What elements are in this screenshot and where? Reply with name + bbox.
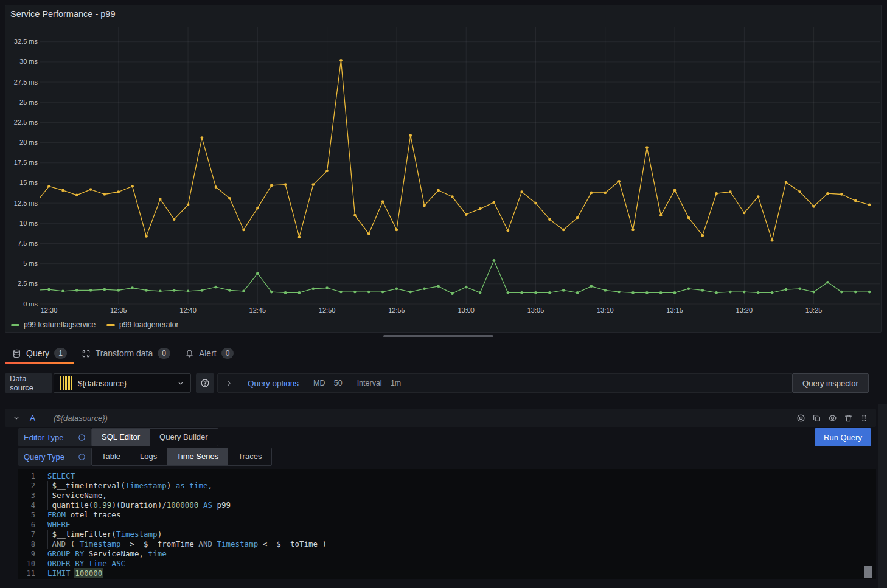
x-axis-tick: 13:25 bbox=[805, 306, 823, 314]
drag-handle-icon[interactable] bbox=[860, 413, 869, 423]
tab-alert[interactable]: Alert0 bbox=[178, 342, 241, 365]
chevron-down-icon bbox=[176, 379, 185, 387]
query-row-header[interactable]: A (${datasource}) bbox=[5, 409, 876, 427]
chart-legend: p99 featureflagservicep99 loadgenerator bbox=[11, 320, 179, 329]
editor-type-switch: SQL EditorQuery Builder bbox=[91, 428, 218, 446]
clickhouse-datasource-icon bbox=[60, 376, 72, 390]
y-axis-tick: 10 ms bbox=[19, 220, 38, 227]
query-options-bar[interactable]: Query options MD = 50 Interval = 1m bbox=[217, 373, 793, 393]
hide-response-icon[interactable] bbox=[828, 413, 837, 423]
max-data-points-value: MD = 50 bbox=[313, 379, 343, 387]
x-axis-tick: 12:55 bbox=[388, 306, 405, 314]
line-number: 10 bbox=[18, 559, 35, 569]
line-number: 2 bbox=[18, 481, 35, 491]
legend-swatch bbox=[106, 324, 115, 326]
tab-count-badge: 1 bbox=[54, 348, 67, 359]
line-number: 11 bbox=[18, 569, 35, 578]
tab-label: Transform data bbox=[96, 348, 153, 358]
query-type-logs[interactable]: Logs bbox=[130, 448, 167, 465]
query-type-switch: TableLogsTime SeriesTraces bbox=[91, 448, 272, 466]
tab-query[interactable]: Query1 bbox=[5, 342, 74, 365]
run-query-button[interactable]: Run Query bbox=[815, 428, 871, 446]
legend-item-p99-loadgenerator[interactable]: p99 loadgenerator bbox=[106, 320, 178, 329]
datasource-value: ${datasource} bbox=[78, 379, 127, 388]
line-number: 3 bbox=[18, 491, 35, 500]
x-axis-tick: 12:40 bbox=[179, 306, 197, 314]
y-axis-tick: 22.5 ms bbox=[14, 119, 38, 126]
x-axis-tick: 12:50 bbox=[319, 306, 336, 314]
legend-label: p99 featureflagservice bbox=[24, 320, 96, 329]
y-axis-tick: 2.5 ms bbox=[18, 280, 38, 287]
editor-type-label-text: Editor Type bbox=[24, 433, 64, 442]
legend-swatch bbox=[11, 324, 19, 326]
y-axis-tick: 17.5 ms bbox=[14, 159, 38, 166]
remove-query-icon[interactable] bbox=[844, 413, 853, 423]
y-axis-tick: 12.5 ms bbox=[14, 199, 38, 207]
x-axis-tick: 13:10 bbox=[597, 306, 614, 314]
code-line-1: 1SELECT bbox=[18, 471, 876, 481]
tab-transform-data[interactable]: Transform data0 bbox=[74, 342, 178, 365]
query-options-link[interactable]: Query options bbox=[248, 379, 299, 388]
interval-value: Interval = 1m bbox=[357, 379, 402, 387]
info-circle-icon bbox=[78, 434, 86, 441]
code-line-5: 5FROM otel_traces bbox=[18, 510, 876, 520]
database-icon bbox=[12, 349, 21, 358]
duplicate-query-icon[interactable] bbox=[812, 413, 821, 423]
y-axis-tick: 20 ms bbox=[19, 139, 38, 146]
panel-resize-handle[interactable] bbox=[383, 335, 493, 337]
editor-tabs: Query1Transform data0Alert0 bbox=[0, 342, 887, 365]
y-axis-tick: 0 ms bbox=[23, 300, 38, 308]
tab-count-badge: 0 bbox=[158, 348, 170, 359]
code-line-8: 8 AND ( Timestamp >= $__fromTime AND Tim… bbox=[18, 539, 876, 549]
code-line-7: 7 $__timeFilter(Timestamp) bbox=[18, 530, 876, 539]
datasource-picker[interactable]: ${datasource} bbox=[54, 373, 191, 393]
code-line-3: 3 ServiceName, bbox=[18, 491, 876, 500]
x-axis-tick: 13:05 bbox=[527, 306, 544, 314]
timeseries-chart[interactable]: 0 ms2.5 ms5 ms7.5 ms10 ms12.5 ms15 ms17.… bbox=[5, 5, 881, 332]
series-p99-loadgenerator bbox=[33, 59, 871, 242]
info-circle-icon bbox=[78, 453, 86, 461]
tab-label: Query bbox=[26, 348, 49, 358]
code-line-6: 6WHERE bbox=[18, 520, 876, 530]
y-axis-tick: 5 ms bbox=[23, 260, 38, 267]
series-p99-featureflagservice bbox=[33, 259, 871, 295]
editor-type-query-builder[interactable]: Query Builder bbox=[150, 429, 217, 446]
query-type-label-text: Query Type bbox=[24, 452, 64, 462]
query-datasource-hint: (${datasource}) bbox=[54, 413, 108, 423]
line-number: 6 bbox=[18, 520, 35, 530]
page-scrollbar-track[interactable] bbox=[878, 404, 887, 588]
code-line-11: 11LIMIT 100000 bbox=[18, 569, 876, 578]
question-circle-icon bbox=[200, 378, 210, 388]
y-axis-tick: 7.5 ms bbox=[18, 240, 38, 247]
y-axis-tick: 25 ms bbox=[19, 99, 38, 106]
query-type-traces[interactable]: Traces bbox=[228, 448, 271, 465]
code-line-4: 4 quantile(0.99)(Duration)/1000000 AS p9… bbox=[18, 500, 876, 510]
x-axis-tick: 13:00 bbox=[457, 306, 475, 314]
editor-type-sql-editor[interactable]: SQL Editor bbox=[92, 429, 150, 446]
line-number: 5 bbox=[18, 510, 35, 520]
sql-code-editor[interactable]: 1SELECT2 $__timeInterval(Timestamp) as t… bbox=[18, 469, 876, 579]
datasource-help-button[interactable] bbox=[196, 373, 214, 393]
query-type-label: Query Type bbox=[18, 448, 91, 466]
query-row-actions bbox=[796, 413, 869, 423]
collapse-chevron-down-icon[interactable] bbox=[12, 413, 21, 422]
grafana-panel-editor: Service Performance - p99 0 ms2.5 ms5 ms… bbox=[0, 0, 887, 588]
x-axis-tick: 12:30 bbox=[41, 306, 58, 314]
transform-icon bbox=[82, 349, 91, 358]
tab-label: Alert bbox=[199, 348, 217, 358]
query-type-table[interactable]: Table bbox=[92, 448, 130, 465]
disable-query-icon[interactable] bbox=[796, 413, 805, 423]
x-axis-tick: 13:15 bbox=[666, 306, 683, 314]
panel-title[interactable]: Service Performance - p99 bbox=[10, 9, 115, 19]
x-axis-tick: 12:45 bbox=[249, 306, 266, 314]
query-type-time-series[interactable]: Time Series bbox=[167, 448, 228, 465]
code-line-9: 9GROUP BY ServiceName, time bbox=[18, 549, 876, 559]
editor-type-label: Editor Type bbox=[18, 428, 91, 446]
query-ref-id: A bbox=[30, 413, 35, 423]
y-axis-tick: 15 ms bbox=[19, 179, 38, 186]
query-inspector-button[interactable]: Query inspector bbox=[792, 373, 869, 393]
legend-label: p99 loadgenerator bbox=[119, 320, 178, 329]
bell-icon bbox=[185, 349, 194, 358]
line-number: 9 bbox=[18, 549, 35, 559]
legend-item-p99-featureflagservice[interactable]: p99 featureflagservice bbox=[11, 320, 96, 329]
